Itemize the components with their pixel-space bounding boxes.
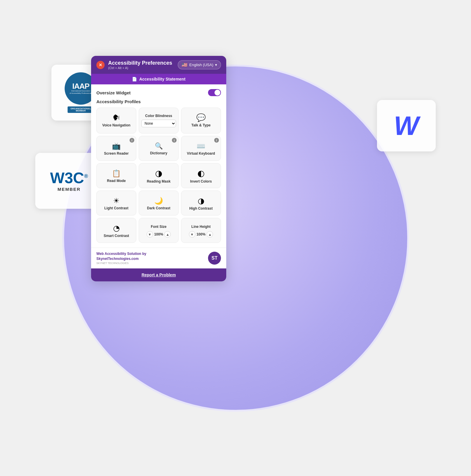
talk-type-label: Talk & Type	[191, 123, 211, 127]
flag-icon: 🇺🇸	[182, 62, 187, 68]
line-height-label: Line Height	[191, 225, 210, 229]
font-size-stepper: ▾ 100% ▴	[147, 231, 171, 238]
screen-reader-label: Screen Reader	[104, 151, 129, 156]
dictionary-label: Dictionary	[150, 151, 167, 155]
smart-contrast-label: Smart Contrast	[104, 234, 129, 238]
footer-text: Web Accessibility Solution by SkynetTech…	[96, 251, 146, 265]
reading-mask-label: Reading Mask	[147, 179, 171, 183]
oversize-toggle[interactable]	[208, 89, 221, 96]
panel-footer: Web Accessibility Solution by SkynetTech…	[91, 248, 226, 268]
panel-header-left: ✕ Accessibility Preferences (Ctrl + Alt …	[96, 60, 172, 70]
accessibility-statement-bar[interactable]: 📄 Accessibility Statement	[91, 74, 226, 84]
chevron-down-icon: ▾	[215, 63, 217, 67]
panel-title-main: Accessibility Preferences	[108, 60, 172, 66]
font-size-button[interactable]: Font Size ▾ 100% ▴	[139, 218, 179, 243]
dictionary-info-icon[interactable]: i	[172, 138, 177, 143]
font-size-value: 100%	[154, 232, 163, 236]
light-contrast-label: Light Contrast	[104, 206, 128, 210]
font-size-decrease[interactable]: ▾	[147, 231, 153, 238]
color-blindness-label: Color Blindness	[145, 114, 172, 118]
line-height-increase[interactable]: ▴	[207, 231, 213, 238]
read-mode-button[interactable]: 📋 Read Mode	[96, 163, 136, 188]
smart-contrast-button[interactable]: ◔ Smart Contrast	[96, 218, 136, 243]
screen-reader-button[interactable]: i 📺 Screen Reader	[96, 136, 136, 161]
voice-navigation-card[interactable]: 🗣 Voice Navigation	[96, 108, 136, 133]
talk-type-card[interactable]: 💬 Talk & Type	[181, 108, 221, 133]
line-height-button[interactable]: Line Height ▾ 100% ▴	[181, 218, 221, 243]
top-feature-row: 🗣 Voice Navigation Color Blindness None …	[96, 108, 221, 133]
panel-title: Accessibility Preferences (Ctrl + Alt + …	[108, 60, 172, 70]
font-size-increase[interactable]: ▴	[164, 231, 171, 238]
reading-mask-button[interactable]: ◑ Reading Mask	[139, 163, 179, 188]
color-blindness-select[interactable]: None Protanopia Deuteranopia Tritanopia	[141, 120, 176, 127]
light-contrast-button[interactable]: ☀ Light Contrast	[96, 191, 136, 216]
read-mode-label: Read Mode	[107, 179, 126, 183]
line-height-stepper: ▾ 100% ▴	[189, 231, 213, 238]
talk-type-icon: 💬	[196, 114, 206, 121]
webflow-card: W	[377, 100, 436, 151]
high-contrast-label: High Contrast	[189, 206, 212, 211]
close-button[interactable]: ✕	[96, 61, 105, 69]
line-height-decrease[interactable]: ▾	[189, 231, 195, 238]
virtual-keyboard-label: Virtual Keyboard	[187, 151, 215, 156]
w3c-logo: W3C® MEMBER	[50, 170, 88, 192]
voice-navigation-label: Voice Navigation	[102, 123, 130, 127]
dictionary-icon: 🔍	[155, 143, 163, 149]
light-contrast-icon: ☀	[113, 197, 120, 204]
footer-logo-text: SKYNET TECHNOLOGIES	[96, 261, 146, 265]
report-problem-button[interactable]: Report a Problem	[91, 268, 226, 281]
invert-colors-button[interactable]: ◐ Invert Colors	[181, 163, 221, 188]
high-contrast-icon: ◑	[198, 197, 205, 205]
line-height-value: 100%	[197, 232, 206, 236]
footer-line2: SkynetTechnologies.com	[96, 256, 146, 261]
high-contrast-button[interactable]: ◑ High Contrast	[181, 191, 221, 216]
dark-contrast-button[interactable]: 🌙 Dark Contrast	[139, 191, 179, 216]
iaap-sub-text: International Association of Accessibili…	[67, 90, 95, 95]
oversize-label: Oversize Widget	[96, 90, 131, 95]
reading-mask-icon: ◑	[155, 169, 162, 178]
font-size-label: Font Size	[151, 225, 166, 229]
footer-line1: Web Accessibility Solution by	[96, 251, 146, 256]
dark-contrast-label: Dark Contrast	[147, 206, 170, 210]
virtual-keyboard-icon: ⌨️	[197, 143, 205, 150]
language-selector[interactable]: 🇺🇸 English (USA) ▾	[178, 60, 221, 69]
dark-contrast-icon: 🌙	[154, 197, 163, 204]
oversize-widget-row: Oversize Widget	[96, 89, 221, 96]
virtual-keyboard-button[interactable]: i ⌨️ Virtual Keyboard	[181, 136, 221, 161]
color-blindness-card[interactable]: Color Blindness None Protanopia Deuteran…	[139, 108, 179, 133]
features-grid: i 📺 Screen Reader i 🔍 Dictionary i ⌨️ Vi…	[96, 136, 221, 243]
panel-title-subtitle: (Ctrl + Alt + A)	[108, 66, 172, 70]
dictionary-button[interactable]: i 🔍 Dictionary	[139, 136, 179, 161]
invert-colors-icon: ◐	[197, 169, 205, 178]
invert-colors-label: Invert Colors	[190, 179, 212, 183]
virtual-keyboard-info-icon[interactable]: i	[214, 138, 219, 143]
statement-label: Accessibility Statement	[139, 77, 185, 81]
panel-body: Oversize Widget Accessibility Profiles 🗣…	[91, 84, 226, 248]
smart-contrast-icon: ◔	[113, 224, 120, 232]
language-label: English (USA)	[189, 63, 213, 67]
webflow-logo: W	[394, 113, 419, 139]
voice-navigation-icon: 🗣	[113, 114, 120, 121]
statement-icon: 📄	[132, 77, 137, 81]
panel-header: ✕ Accessibility Preferences (Ctrl + Alt …	[91, 56, 226, 74]
scene: IAAP International Association of Access…	[0, 0, 471, 476]
screen-reader-icon: 📺	[112, 143, 121, 150]
accessibility-profiles-label: Accessibility Profiles	[96, 99, 221, 104]
screen-reader-info-icon[interactable]: i	[130, 138, 134, 143]
w3c-registered: ®	[84, 173, 88, 179]
iaap-main-text: IAAP	[72, 82, 89, 90]
skynet-logo: ST	[208, 252, 221, 265]
accessibility-panel: ✕ Accessibility Preferences (Ctrl + Alt …	[91, 56, 226, 281]
iaap-org-label: ORGANIZATIONAL MEMBER	[68, 106, 94, 113]
w3c-member-label: MEMBER	[50, 187, 88, 192]
read-mode-icon: 📋	[112, 170, 121, 177]
